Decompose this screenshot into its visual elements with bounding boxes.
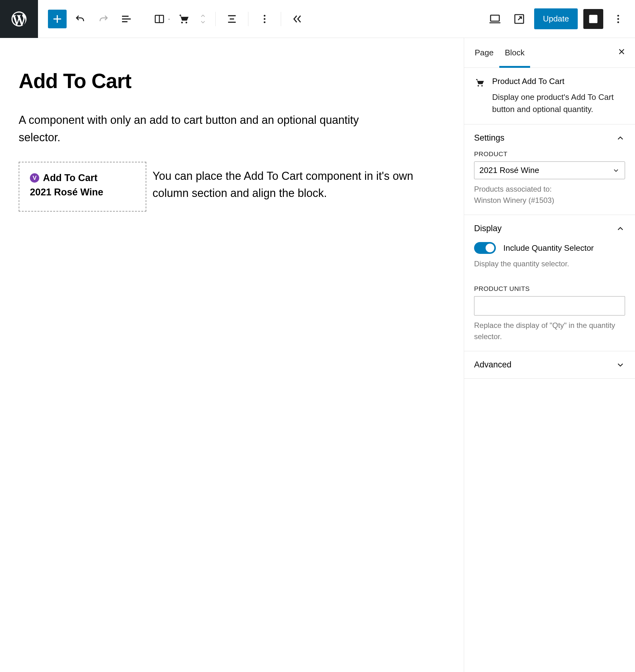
block-info-panel: Product Add To Cart Display one product'…	[464, 68, 635, 125]
undo-button[interactable]	[71, 10, 90, 28]
page-description[interactable]: A component with only an add to cart but…	[19, 111, 392, 146]
quantity-toggle-help: Display the quantity selector.	[474, 258, 625, 269]
add-block-button[interactable]	[48, 10, 67, 28]
tab-page[interactable]: Page	[473, 38, 499, 68]
product-units-help: Replace the display of "Qty" in the quan…	[474, 320, 625, 342]
svg-point-4	[264, 21, 265, 23]
display-panel-toggle[interactable]: Display	[474, 224, 625, 233]
quantity-selector-label: Include Quantity Selector	[503, 243, 594, 253]
settings-panel-toggle[interactable]: Settings	[474, 133, 625, 143]
svg-point-11	[617, 21, 619, 23]
svg-point-10	[617, 18, 619, 20]
chevron-up-icon	[616, 133, 625, 143]
svg-point-9	[617, 15, 619, 17]
svg-rect-7	[590, 15, 597, 23]
top-toolbar: ·	[0, 0, 635, 38]
block-options-button[interactable]	[255, 10, 274, 28]
tab-block[interactable]: Block	[499, 38, 530, 68]
device-preview-button[interactable]	[486, 10, 504, 28]
view-page-button[interactable]	[510, 10, 528, 28]
product-units-input[interactable]	[474, 296, 625, 315]
svg-rect-5	[490, 15, 499, 21]
block-product-name: 2021 Rosé Wine	[30, 187, 135, 198]
editor-canvas[interactable]: Add To Cart A component with only an add…	[0, 38, 464, 672]
block-title: Add To Cart	[43, 172, 97, 183]
svg-point-3	[264, 18, 265, 20]
settings-sidebar-toggle[interactable]	[583, 9, 603, 29]
display-panel: Display Include Quantity Selector Displa…	[464, 215, 635, 351]
wordpress-logo[interactable]	[0, 0, 38, 38]
close-sidebar-button[interactable]	[617, 47, 626, 59]
quantity-selector-toggle[interactable]	[474, 242, 496, 254]
advanced-panel-toggle[interactable]: Advanced	[474, 360, 625, 369]
update-button[interactable]: Update	[534, 8, 578, 29]
redo-button[interactable]	[94, 10, 113, 28]
product-help-text: Products associated to: Winston Winery (…	[474, 183, 625, 206]
chevron-down-icon	[616, 360, 625, 369]
editor-options-button[interactable]	[609, 10, 628, 28]
chevron-down-icon	[612, 167, 620, 174]
page-title[interactable]: Add To Cart	[19, 69, 445, 93]
columns-icon[interactable]	[153, 10, 166, 28]
align-button[interactable]	[223, 10, 241, 28]
list-view-button[interactable]	[117, 10, 136, 28]
svg-point-2	[264, 15, 265, 17]
settings-sidebar: Page Block Product Add To Cart Display o…	[464, 38, 635, 672]
product-label: PRODUCT	[474, 150, 625, 158]
dot-icon: ·	[168, 15, 170, 23]
cart-icon	[474, 77, 485, 115]
column-text[interactable]: You can place the Add To Cart component …	[153, 162, 445, 202]
collapse-toolbar-button[interactable]	[288, 10, 307, 28]
move-updown-button[interactable]	[197, 13, 209, 25]
block-badge-icon: V	[30, 173, 39, 183]
chevron-up-icon	[616, 224, 625, 233]
cart-icon[interactable]	[174, 10, 193, 28]
product-select[interactable]: 2021 Rosé Wine	[474, 161, 625, 179]
product-units-label: PRODUCT UNITS	[474, 285, 625, 292]
block-name: Product Add To Cart	[492, 76, 625, 86]
settings-panel: Settings PRODUCT 2021 Rosé Wine Products…	[464, 125, 635, 215]
add-to-cart-block[interactable]: V Add To Cart 2021 Rosé Wine	[19, 162, 146, 211]
block-description: Display one product's Add To Cart button…	[492, 91, 625, 115]
advanced-panel: Advanced	[464, 351, 635, 379]
